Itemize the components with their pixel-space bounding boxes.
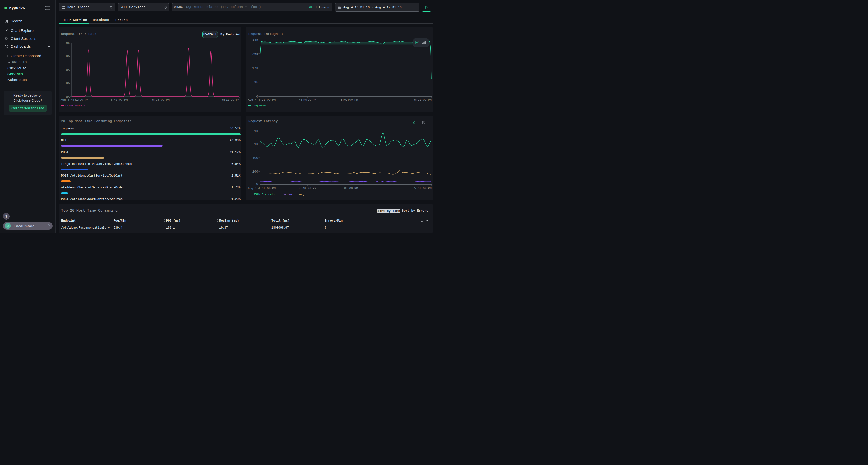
- svg-text:34k: 34k: [252, 38, 258, 42]
- svg-text:200: 200: [252, 170, 258, 173]
- svg-text:26k: 26k: [252, 52, 258, 56]
- svg-text:5:31:00 PM: 5:31:00 PM: [414, 187, 431, 190]
- svg-text:5:03:00 PM: 5:03:00 PM: [340, 98, 358, 102]
- svg-text:Aug 4 4:31:00 PM: Aug 4 4:31:00 PM: [248, 187, 276, 190]
- svg-text:Median: Median: [283, 193, 293, 196]
- svg-text:17k: 17k: [252, 66, 258, 70]
- svg-text:5:03:00 PM: 5:03:00 PM: [340, 187, 358, 190]
- svg-text:0%: 0%: [66, 68, 70, 72]
- svg-text:0%: 0%: [66, 81, 70, 85]
- svg-text:1k: 1k: [254, 142, 258, 146]
- svg-text:0%: 0%: [66, 55, 70, 58]
- svg-text:Aug 4 4:31:00 PM: Aug 4 4:31:00 PM: [248, 98, 276, 102]
- svg-text:Requests: Requests: [253, 104, 266, 107]
- svg-text:95th Percentile: 95th Percentile: [253, 193, 278, 196]
- svg-text:0: 0: [256, 182, 258, 186]
- svg-text:5:31:00 PM: 5:31:00 PM: [222, 98, 240, 102]
- svg-text:9k: 9k: [254, 81, 258, 84]
- svg-text:400: 400: [252, 156, 258, 160]
- svg-text:5:03:00 PM: 5:03:00 PM: [152, 98, 169, 102]
- svg-text:4:48:00 PM: 4:48:00 PM: [299, 98, 316, 102]
- svg-text:5:31:00 PM: 5:31:00 PM: [414, 98, 431, 102]
- svg-text:4:48:00 PM: 4:48:00 PM: [299, 187, 316, 190]
- svg-text:1k: 1k: [254, 129, 258, 133]
- svg-text:Error Rate %: Error Rate %: [65, 104, 85, 107]
- svg-text:4:48:00 PM: 4:48:00 PM: [110, 98, 128, 102]
- svg-text:Aug 4 4:31:00 PM: Aug 4 4:31:00 PM: [61, 98, 88, 102]
- svg-text:Avg: Avg: [299, 193, 304, 196]
- svg-text:0%: 0%: [66, 42, 70, 45]
